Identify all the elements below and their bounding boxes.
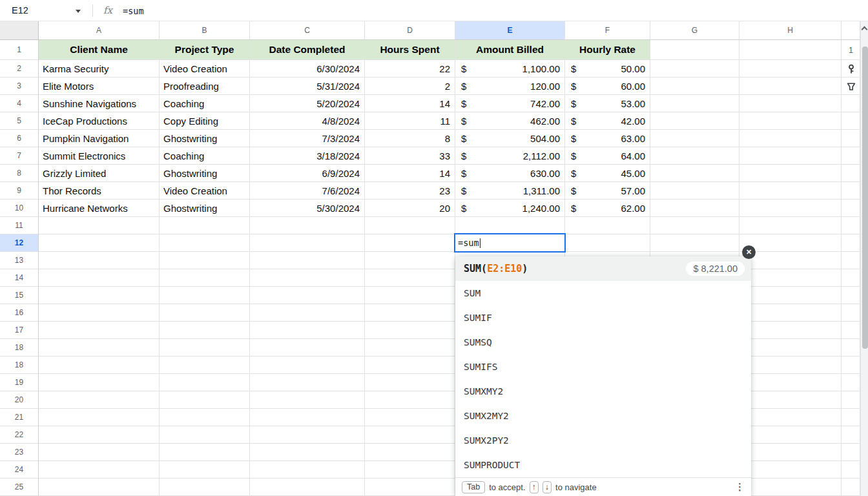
cell-A16[interactable]	[39, 304, 160, 322]
cell-B9[interactable]: Video Creation	[160, 182, 250, 200]
cell-D15[interactable]	[365, 287, 455, 304]
cell-A17[interactable]	[39, 322, 160, 339]
cell-B6[interactable]: Ghostwriting	[160, 130, 250, 147]
cell-A15[interactable]	[39, 287, 160, 304]
cell-I25[interactable]	[842, 461, 860, 479]
cell-I16[interactable]	[842, 304, 860, 322]
cell-C7[interactable]: 3/18/2024	[250, 147, 365, 165]
row-header-10[interactable]: 10	[0, 200, 39, 217]
cell-B24[interactable]	[160, 444, 250, 461]
cell-B8[interactable]: Ghostwriting	[160, 165, 250, 182]
cell-B19[interactable]	[160, 356, 250, 374]
cell-H14[interactable]	[739, 269, 842, 287]
scrollbar-thumb[interactable]	[862, 46, 868, 349]
row-header-17[interactable]: 17	[0, 322, 39, 339]
cell-G9[interactable]	[650, 182, 739, 200]
cell-B20[interactable]	[160, 374, 250, 391]
cell-E5[interactable]: $462.00	[455, 112, 565, 130]
cell-F7[interactable]: $64.00	[565, 147, 650, 165]
cell-C8[interactable]: 6/9/2024	[250, 165, 365, 182]
cell-E10[interactable]: $1,240.00	[455, 200, 565, 217]
cell-E9[interactable]: $1,311.00	[455, 182, 565, 200]
cell-A20[interactable]	[39, 374, 160, 391]
cell-D6[interactable]: 8	[365, 130, 455, 147]
cell-G7[interactable]	[650, 147, 739, 165]
cell-C16[interactable]	[250, 304, 365, 322]
formula-bar-input[interactable]: =sum	[123, 0, 144, 21]
row-header-24[interactable]: 24	[0, 461, 39, 479]
cell-A8[interactable]: Grizzly Limited	[39, 165, 160, 182]
cell-C24[interactable]	[250, 444, 365, 461]
cell-B22[interactable]	[160, 409, 250, 426]
cell-D10[interactable]: 20	[365, 200, 455, 217]
row-header-19[interactable]: 19	[0, 374, 39, 391]
cell-G10[interactable]	[650, 200, 739, 217]
column-header-F[interactable]: F	[565, 21, 650, 40]
cell-I12[interactable]	[842, 234, 860, 252]
cell-H8[interactable]	[739, 165, 842, 182]
cell-G8[interactable]	[650, 165, 739, 182]
cell-B2[interactable]: Video Creation	[160, 60, 250, 78]
cell-D25[interactable]	[365, 461, 455, 479]
cell-D9[interactable]: 23	[365, 182, 455, 200]
cell-D2[interactable]: 22	[365, 60, 455, 78]
cell-A18[interactable]	[39, 339, 160, 356]
cell-A4[interactable]: Sunshine Navigations	[39, 95, 160, 112]
row-header-14[interactable]: 14	[0, 269, 39, 287]
cell-D24[interactable]	[365, 444, 455, 461]
cell-B17[interactable]	[160, 322, 250, 339]
column-header-D[interactable]: D	[365, 21, 455, 40]
autocomplete-item-sumif[interactable]: SUMIF	[455, 305, 751, 330]
row-header-13[interactable]: 13	[0, 252, 39, 269]
cell-D7[interactable]: 33	[365, 147, 455, 165]
close-icon[interactable]: ✕	[742, 245, 756, 259]
column-header-B[interactable]: B	[160, 21, 250, 40]
cell-C22[interactable]	[250, 409, 365, 426]
row-header-18[interactable]: 18	[0, 339, 39, 356]
autocomplete-item-sumx2my2[interactable]: SUMX2MY2	[455, 404, 751, 428]
cell-F11[interactable]	[565, 217, 650, 234]
cell-G3[interactable]	[650, 78, 739, 95]
cell-A25[interactable]	[39, 461, 160, 479]
cell-A19[interactable]	[39, 356, 160, 374]
cell-B15[interactable]	[160, 287, 250, 304]
cell-C19[interactable]	[250, 356, 365, 374]
cell-B23[interactable]	[160, 426, 250, 444]
cell-E3[interactable]: $120.00	[455, 78, 565, 95]
cell-D16[interactable]	[365, 304, 455, 322]
cell-E1[interactable]: Amount Billed	[455, 40, 565, 60]
cell-F6[interactable]: $63.00	[565, 130, 650, 147]
cell-F12[interactable]	[565, 234, 650, 252]
cell-C4[interactable]: 5/20/2024	[250, 95, 365, 112]
cell-B1[interactable]: Project Type	[160, 40, 250, 60]
cell-A1[interactable]: Client Name	[39, 40, 160, 60]
cell-I17[interactable]	[842, 322, 860, 339]
cell-I7[interactable]	[842, 147, 860, 165]
row-header-18[interactable]: 18	[0, 356, 39, 374]
row-header-11[interactable]: 11	[0, 217, 39, 234]
cell-B4[interactable]: Coaching	[160, 95, 250, 112]
vertical-scrollbar[interactable]	[860, 21, 868, 496]
cell-editor-E12[interactable]: =sum	[454, 233, 566, 253]
cell-I8[interactable]	[842, 165, 860, 182]
name-box-dropdown-icon[interactable]	[76, 10, 81, 13]
cell-C3[interactable]: 5/31/2024	[250, 78, 365, 95]
cell-A21[interactable]	[39, 391, 160, 409]
select-all-corner[interactable]	[0, 21, 39, 40]
cell-A3[interactable]: Elite Motors	[39, 78, 160, 95]
cell-B7[interactable]: Coaching	[160, 147, 250, 165]
cell-F10[interactable]: $62.00	[565, 200, 650, 217]
row-header-1[interactable]: 1	[0, 40, 39, 60]
column-header-A[interactable]: A	[39, 21, 160, 40]
cell-F4[interactable]: $53.00	[565, 95, 650, 112]
cell-D26[interactable]	[365, 479, 455, 496]
cell-I13[interactable]	[842, 252, 860, 269]
cell-H22[interactable]	[739, 409, 842, 426]
row-header-7[interactable]: 7	[0, 147, 39, 165]
cell-A10[interactable]: Hurricane Networks	[39, 200, 160, 217]
cell-D20[interactable]	[365, 374, 455, 391]
cell-C6[interactable]: 7/3/2024	[250, 130, 365, 147]
column-header-G[interactable]: G	[650, 21, 739, 40]
cell-H3[interactable]	[739, 78, 842, 95]
cell-H16[interactable]	[739, 304, 842, 322]
